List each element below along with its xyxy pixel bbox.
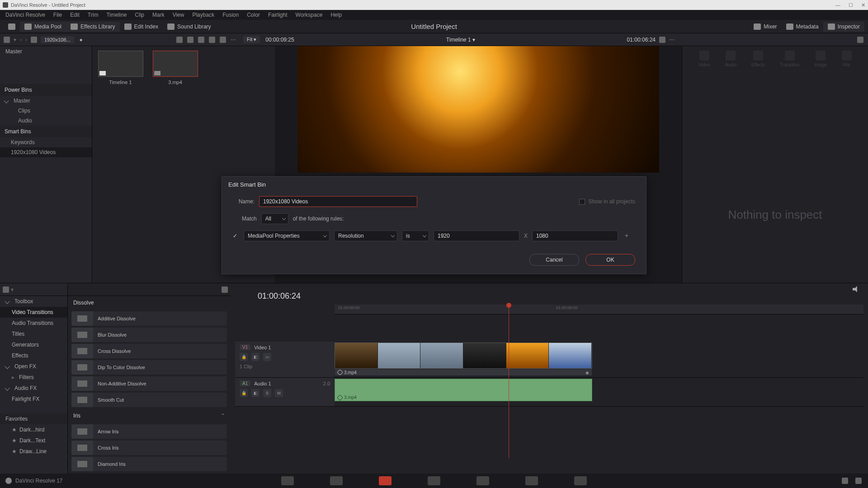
fx-item[interactable]: Cross Iris: [71, 441, 227, 455]
tab-effects[interactable]: Effects: [751, 51, 765, 67]
tab-transition[interactable]: Transition: [780, 51, 800, 67]
menu-item[interactable]: Fusion: [219, 11, 242, 19]
fx-toolbox[interactable]: Toolbox: [0, 296, 67, 307]
view-grid-icon[interactable]: [187, 37, 193, 43]
sort-icon[interactable]: [220, 37, 226, 43]
close-icon[interactable]: ✕: [861, 2, 865, 8]
menu-item[interactable]: View: [169, 11, 188, 19]
menu-item[interactable]: Workspace: [292, 11, 326, 19]
keyframe-icon[interactable]: ◆: [585, 370, 589, 375]
fx-favorite[interactable]: ★Dark...Text: [0, 435, 67, 446]
fx-titles[interactable]: Titles: [0, 328, 67, 339]
smart-bin-videos[interactable]: 868x488 Videos: [0, 147, 92, 157]
clip-timeline[interactable]: Timeline 1: [97, 51, 144, 278]
field-select[interactable]: Resolution: [334, 230, 397, 241]
nav-fwd-icon[interactable]: ›: [25, 37, 27, 43]
chevron-down-icon[interactable]: ▾: [11, 286, 14, 293]
menu-item[interactable]: Color: [243, 11, 264, 19]
more-icon[interactable]: ⋯: [231, 37, 236, 43]
width-field[interactable]: [434, 230, 519, 241]
fx-favorite[interactable]: ★Dark...hird: [0, 424, 67, 435]
menu-item[interactable]: Mark: [149, 11, 168, 19]
audio-clip[interactable]: 3.mp4: [335, 379, 592, 401]
video-clip[interactable]: 3.mp4◆: [335, 343, 592, 369]
fx-fairlight[interactable]: Fairlight FX: [0, 394, 67, 404]
gear-icon[interactable]: [855, 478, 862, 484]
power-bin-audio[interactable]: Audio: [0, 116, 92, 126]
chevron-down-icon[interactable]: ▾: [14, 37, 16, 43]
fx-item[interactable]: Smooth Cut: [71, 393, 227, 407]
rule-enabled-checkbox[interactable]: ✓: [233, 233, 237, 239]
list-icon[interactable]: [4, 37, 10, 43]
inspector-button[interactable]: Inspector: [823, 22, 864, 32]
add-rule-button[interactable]: +: [623, 232, 631, 240]
fx-item[interactable]: Cross Dissolve: [71, 344, 227, 358]
maximize-icon[interactable]: ☐: [849, 2, 853, 8]
effects-library-button[interactable]: Effects Library: [66, 22, 119, 32]
page-deliver[interactable]: [574, 476, 587, 485]
cancel-button[interactable]: Cancel: [529, 254, 579, 266]
page-edit[interactable]: [379, 476, 392, 485]
auto-select-icon[interactable]: ◧: [251, 353, 259, 361]
edit-index-button[interactable]: Edit Index: [120, 22, 163, 32]
fx-generators[interactable]: Generators: [0, 339, 67, 350]
menu-item[interactable]: File: [50, 11, 66, 19]
tab-video[interactable]: Video: [698, 51, 710, 67]
ok-button[interactable]: OK: [585, 254, 635, 266]
fullscreen-button[interactable]: [4, 22, 20, 32]
fx-item[interactable]: Non-Additive Dissolve: [71, 376, 227, 391]
bin-master[interactable]: Master: [0, 46, 92, 57]
show-all-checkbox[interactable]: [579, 199, 585, 205]
page-color[interactable]: [476, 476, 489, 485]
menu-item[interactable]: Timeline: [103, 11, 130, 19]
page-media[interactable]: [281, 476, 294, 485]
collapse-icon[interactable]: ⌃: [221, 413, 225, 419]
fx-item[interactable]: Dip To Color Dissolve: [71, 360, 227, 375]
search-icon[interactable]: [222, 286, 228, 293]
timeline-name[interactable]: Timeline 1 ▾: [446, 37, 475, 43]
menu-item[interactable]: Playback: [189, 11, 218, 19]
page-cut[interactable]: [330, 476, 343, 485]
tab-file[interactable]: File: [842, 51, 852, 67]
more-icon[interactable]: ⋯: [669, 37, 675, 43]
fx-item[interactable]: Blur Dissolve: [71, 328, 227, 342]
breadcrumb[interactable]: 1920x108...: [41, 36, 74, 43]
fx-audiofx[interactable]: Audio FX: [0, 383, 67, 394]
zoom-fit[interactable]: Fit ▾: [243, 36, 260, 43]
tab-audio[interactable]: Audio: [725, 51, 736, 67]
fx-effects[interactable]: Effects: [0, 350, 67, 361]
operator-select[interactable]: is: [402, 230, 429, 241]
visibility-icon[interactable]: ▭: [263, 353, 271, 361]
view-strip-icon[interactable]: [198, 37, 204, 43]
track-badge[interactable]: V1: [240, 344, 250, 350]
playhead[interactable]: [509, 305, 509, 458]
clip-video[interactable]: 3.mp4: [151, 51, 199, 278]
fx-filters[interactable]: ▸Filters: [0, 372, 67, 383]
fx-item[interactable]: Additive Dissolve: [71, 311, 227, 326]
track-badge[interactable]: A1: [240, 380, 250, 386]
mute-button[interactable]: M: [275, 389, 283, 397]
view-list-icon[interactable]: [176, 37, 183, 43]
home-icon[interactable]: [842, 478, 848, 484]
tab-image[interactable]: Image: [814, 51, 827, 67]
name-field[interactable]: [259, 196, 417, 207]
search-icon[interactable]: [209, 37, 215, 43]
nav-back-icon[interactable]: ‹: [20, 37, 22, 43]
menu-item[interactable]: Help: [327, 11, 345, 19]
metadata-button[interactable]: Metadata: [782, 22, 823, 32]
panel-icon[interactable]: [3, 286, 9, 293]
solo-button[interactable]: S: [263, 389, 271, 397]
property-select[interactable]: MediaPool Properties: [244, 230, 330, 241]
mixer-button[interactable]: Mixer: [749, 22, 781, 32]
fx-audio-transitions[interactable]: Audio Transitions: [0, 318, 67, 328]
sound-library-button[interactable]: Sound Library: [163, 22, 216, 32]
menu-item[interactable]: Fairlight: [264, 11, 291, 19]
match-select[interactable]: All: [261, 213, 288, 224]
page-fusion[interactable]: [428, 476, 440, 485]
speaker-icon[interactable]: [853, 286, 859, 292]
smart-bin-keywords[interactable]: Keywords: [0, 137, 92, 147]
minimize-icon[interactable]: —: [835, 2, 840, 8]
auto-select-icon[interactable]: ◧: [251, 389, 259, 397]
menu-item[interactable]: Trim: [84, 11, 102, 19]
mediapool-button[interactable]: Media Pool: [20, 22, 66, 32]
